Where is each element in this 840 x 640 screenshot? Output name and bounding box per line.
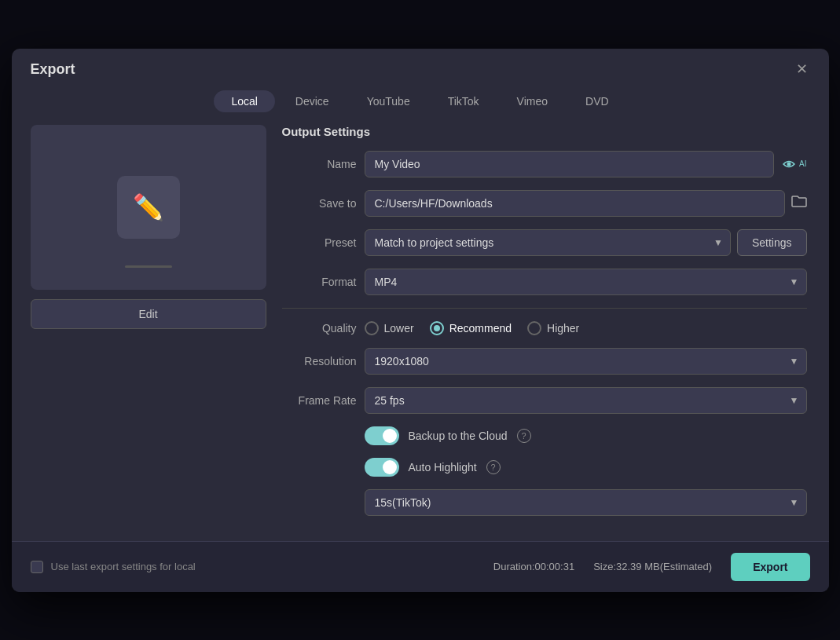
auto-highlight-help-icon[interactable]: ? [486, 460, 501, 474]
name-row: Name AI [282, 151, 807, 177]
preset-select[interactable]: Match to project settings [365, 229, 731, 256]
footer-info: Duration:00:00:31 Size:32.39 MB(Estimate… [493, 553, 810, 581]
left-panel: ✏️ Edit [31, 125, 266, 528]
export-button[interactable]: Export [731, 553, 809, 581]
quality-lower-option[interactable]: Lower [365, 321, 414, 335]
folder-icon [791, 194, 807, 208]
last-export-label: Use last export settings for local [51, 561, 196, 572]
ai-icon [780, 155, 798, 173]
tab-device[interactable]: Device [278, 90, 347, 112]
highlight-duration-row: 15s(TikTok) ▼ [282, 489, 807, 516]
resolution-row: Resolution 1920x1080 ▼ [282, 348, 807, 375]
tab-tiktok[interactable]: TikTok [431, 90, 497, 112]
folder-button[interactable] [791, 194, 807, 212]
highlight-duration-select[interactable]: 15s(TikTok) [365, 489, 807, 516]
ai-button[interactable]: AI [780, 155, 806, 173]
svg-point-0 [787, 162, 791, 166]
tab-local[interactable]: Local [214, 90, 274, 112]
dialog-overlay: Export ✕ Local Device YouTube TikTok Vim… [0, 0, 840, 640]
export-dialog: Export ✕ Local Device YouTube TikTok Vim… [12, 49, 829, 592]
dialog-title: Export [31, 61, 75, 78]
format-label: Format [282, 276, 357, 288]
footer-size: Size:32.39 MB(Estimated) [593, 561, 712, 572]
resolution-select[interactable]: 1920x1080 [365, 348, 807, 375]
preview-line [125, 265, 172, 268]
format-select[interactable]: MP4 [365, 269, 807, 295]
backup-cloud-toggle[interactable] [365, 426, 399, 445]
backup-cloud-row: Backup to the Cloud ? [282, 426, 807, 445]
format-row: Format MP4 ▼ [282, 269, 807, 295]
quality-higher-radio[interactable] [527, 321, 541, 335]
save-to-control [365, 190, 807, 217]
resolution-control: 1920x1080 ▼ [365, 348, 807, 375]
tab-youtube[interactable]: YouTube [350, 90, 427, 112]
ai-label: AI [799, 159, 806, 168]
preview-icon-wrap: ✏️ [117, 176, 180, 239]
auto-highlight-toggle[interactable] [365, 458, 399, 477]
backup-cloud-label: Backup to the Cloud [409, 430, 508, 442]
preset-control: Match to project settings ▼ Settings [365, 229, 807, 256]
frame-rate-label: Frame Rate [282, 394, 357, 407]
dialog-body: ✏️ Edit Output Settings Name [12, 112, 829, 541]
save-to-label: Save to [282, 197, 357, 210]
highlight-duration-control: 15s(TikTok) ▼ [365, 489, 807, 516]
auto-highlight-label: Auto Highlight [409, 461, 477, 474]
quality-lower-label: Lower [384, 322, 414, 335]
quality-recommend-radio[interactable] [430, 321, 444, 335]
backup-cloud-thumb [383, 429, 397, 443]
tabs-bar: Local Device YouTube TikTok Vimeo DVD [12, 78, 829, 112]
frame-rate-row: Frame Rate 25 fps ▼ [282, 387, 807, 414]
name-label: Name [282, 158, 357, 170]
preset-label: Preset [282, 236, 357, 249]
output-settings-title: Output Settings [282, 125, 810, 138]
quality-recommend-option[interactable]: Recommend [430, 321, 512, 335]
quality-higher-option[interactable]: Higher [527, 321, 579, 335]
dialog-footer: Use last export settings for local Durat… [12, 541, 829, 592]
quality-label: Quality [282, 322, 357, 335]
highlight-duration-select-wrap: 15s(TikTok) ▼ [365, 489, 807, 516]
section-divider [282, 308, 807, 309]
dialog-header: Export ✕ [12, 49, 829, 78]
format-select-wrap: MP4 ▼ [365, 269, 807, 295]
last-export-wrap: Use last export settings for local [31, 561, 196, 573]
quality-higher-label: Higher [547, 322, 579, 335]
name-input[interactable] [365, 151, 775, 177]
auto-highlight-thumb [383, 460, 397, 474]
resolution-select-wrap: 1920x1080 ▼ [365, 348, 807, 375]
name-control: AI [365, 151, 807, 177]
tab-vimeo[interactable]: Vimeo [500, 90, 565, 112]
tab-dvd[interactable]: DVD [568, 90, 626, 112]
frame-rate-select[interactable]: 25 fps [365, 387, 807, 414]
settings-button[interactable]: Settings [737, 229, 807, 256]
preset-select-wrap: Match to project settings ▼ [365, 229, 731, 256]
last-export-checkbox[interactable] [31, 561, 43, 573]
quality-recommend-dot [434, 325, 440, 331]
right-panel: Output Settings Name AI [282, 125, 810, 528]
preview-box: ✏️ [31, 125, 266, 290]
quality-options: Lower Recommend Highe [365, 321, 580, 335]
frame-rate-select-wrap: 25 fps ▼ [365, 387, 807, 414]
backup-cloud-toggle-wrap [365, 426, 399, 445]
preset-row: Preset Match to project settings ▼ Setti… [282, 229, 807, 256]
resolution-label: Resolution [282, 355, 357, 368]
footer-duration: Duration:00:00:31 [493, 561, 574, 572]
close-button[interactable]: ✕ [791, 58, 813, 80]
quality-lower-radio[interactable] [365, 321, 379, 335]
auto-highlight-toggle-wrap [365, 458, 399, 477]
format-control: MP4 ▼ [365, 269, 807, 295]
edit-button[interactable]: Edit [31, 299, 266, 329]
pencil-icon: ✏️ [133, 192, 164, 222]
quality-recommend-label: Recommend [449, 322, 512, 335]
auto-highlight-row: Auto Highlight ? [282, 458, 807, 477]
quality-row: Quality Lower Recommend [282, 321, 807, 335]
save-to-input[interactable] [365, 190, 785, 217]
scrollable-area[interactable]: Name AI [282, 151, 810, 528]
frame-rate-control: 25 fps ▼ [365, 387, 807, 414]
save-to-row: Save to [282, 190, 807, 217]
backup-cloud-help-icon[interactable]: ? [517, 429, 531, 443]
